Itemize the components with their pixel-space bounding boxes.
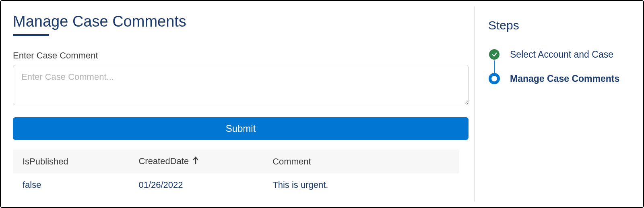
submit-button-label: Submit xyxy=(226,123,256,134)
step-item-1[interactable]: Select Account and Case xyxy=(488,48,635,60)
table-row[interactable]: false 01/26/2022 This is urgent. xyxy=(13,173,459,197)
step-label: Manage Case Comments xyxy=(510,73,619,84)
col-createddate[interactable]: CreatedDate xyxy=(129,150,263,173)
cell-createddate: 01/26/2022 xyxy=(129,173,263,197)
col-ispublished[interactable]: IsPublished xyxy=(13,150,129,173)
steps-sidebar: Steps Select Account and Case Manage Cas… xyxy=(474,6,643,202)
cell-ispublished: false xyxy=(13,173,129,197)
title-underline xyxy=(13,34,49,36)
col-comment[interactable]: Comment xyxy=(263,150,459,173)
step-complete-icon xyxy=(488,48,500,60)
main-panel: Manage Case Comments Enter Case Comment … xyxy=(1,1,474,207)
step-label: Select Account and Case xyxy=(510,49,613,60)
comment-label: Enter Case Comment xyxy=(13,50,469,61)
sort-asc-icon xyxy=(192,156,199,167)
comment-input[interactable] xyxy=(13,65,469,105)
table-header-row: IsPublished CreatedDate Comment xyxy=(13,150,459,173)
page-title: Manage Case Comments xyxy=(13,13,469,30)
step-current-icon xyxy=(488,73,500,85)
step-item-2[interactable]: Manage Case Comments xyxy=(488,73,635,85)
submit-button[interactable]: Submit xyxy=(13,117,469,140)
comments-table: IsPublished CreatedDate Comment false xyxy=(13,150,459,197)
steps-list: Select Account and Case Manage Case Comm… xyxy=(488,48,635,85)
steps-title: Steps xyxy=(488,19,635,32)
cell-comment: This is urgent. xyxy=(263,173,459,197)
